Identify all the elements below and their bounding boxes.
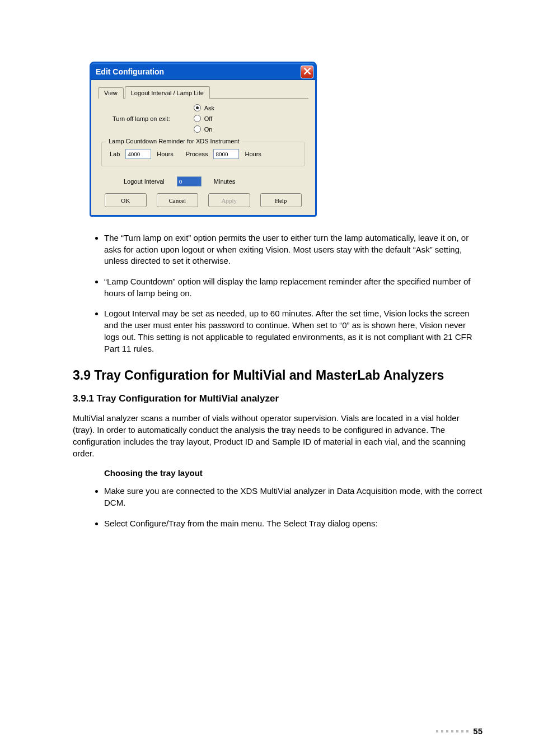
minutes-label: Minutes — [214, 178, 236, 185]
bullet-lamp-exit: The “Turn lamp on exit” option permits t… — [104, 232, 483, 267]
bullet-lamp-countdown: “Lamp Countdown” option will display the… — [104, 276, 483, 299]
titlebar[interactable]: Edit Configuration — [91, 63, 315, 80]
lamp-label: Turn off lamp on exit: — [113, 104, 170, 122]
page-footer: 55 — [436, 726, 483, 736]
lab-hours: Hours — [157, 151, 173, 157]
bullet-logout-interval: Logout Interval may be set as needed, up… — [104, 308, 483, 354]
bullet-configure-tray: Select Configure/Tray from the main menu… — [104, 518, 483, 530]
bullet-list-2: Make sure you are connected to the XDS M… — [73, 486, 483, 529]
heading-3-9: 3.9 Tray Configuration for MultiVial and… — [73, 368, 483, 383]
runin-choosing-tray: Choosing the tray layout — [104, 468, 483, 478]
tab-logout-lamp[interactable]: Logout Interval / Lamp Life — [125, 86, 210, 99]
help-button[interactable]: Help — [260, 193, 302, 207]
paragraph-multivial: MultiVial analyzer scans a number of via… — [73, 412, 483, 459]
page-number: 55 — [473, 726, 483, 736]
process-input[interactable] — [213, 149, 239, 159]
radio-ask-label: Ask — [204, 105, 214, 111]
close-button[interactable] — [301, 66, 313, 78]
footer-dots-icon — [436, 730, 469, 732]
window-title: Edit Configuration — [96, 67, 164, 76]
fieldset-lamp-countdown: Lamp Countdown Reminder for XDS Instrume… — [101, 142, 305, 166]
apply-button: Apply — [208, 193, 250, 207]
tab-view[interactable]: View — [98, 87, 124, 99]
lab-label: Lab — [110, 151, 120, 157]
radio-off[interactable] — [194, 115, 201, 122]
radio-on-label: On — [204, 126, 213, 133]
dialog-edit-configuration: Edit Configuration View Logout Interval … — [90, 62, 483, 217]
lab-input[interactable] — [125, 149, 151, 159]
ok-button[interactable]: OK — [105, 193, 147, 207]
logout-input[interactable] — [177, 176, 202, 186]
bullet-list-1: The “Turn lamp on exit” option permits t… — [73, 232, 483, 354]
tab-strip: View Logout Interval / Lamp Life — [98, 86, 308, 99]
cancel-button[interactable]: Cancel — [157, 193, 199, 207]
logout-label: Logout Interval — [124, 178, 165, 185]
bullet-connect-xds: Make sure you are connected to the XDS M… — [104, 486, 483, 508]
radio-on[interactable] — [194, 125, 201, 133]
close-icon — [304, 67, 311, 76]
heading-3-9-1: 3.9.1 Tray Configuration for MultiVial a… — [73, 393, 483, 404]
process-label: Process — [186, 151, 208, 157]
radio-ask[interactable] — [194, 104, 201, 111]
radio-off-label: Off — [204, 115, 212, 122]
fieldset-legend: Lamp Countdown Reminder for XDS Instrume… — [106, 138, 242, 144]
process-hours: Hours — [245, 151, 261, 157]
